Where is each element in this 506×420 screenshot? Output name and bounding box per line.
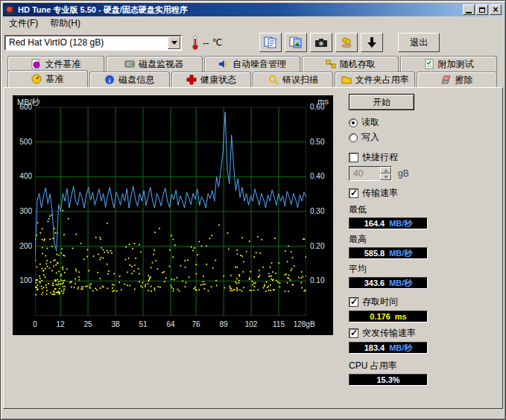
access-time-dot: [124, 258, 126, 260]
spinner-buttons[interactable]: [380, 167, 391, 180]
access-time-dot: [138, 268, 139, 270]
access-time-dot: [257, 289, 259, 290]
access-time-dot: [197, 254, 198, 255]
access-time-dot: [149, 278, 151, 279]
radio-icon: [349, 118, 358, 127]
access-time-dot: [89, 287, 90, 288]
access-time-dot: [45, 287, 47, 288]
axis-tick-label: 0.20: [310, 242, 324, 250]
tab-file-benchmark[interactable]: 文件基准: [7, 56, 104, 71]
access-time-dot: [270, 284, 271, 286]
access-time-dot: [252, 284, 253, 285]
access-time-dot: [270, 290, 271, 291]
access-time-dot: [203, 288, 205, 290]
access-time-dot: [274, 238, 276, 239]
tab-extra-tests[interactable]: 附加测试: [400, 56, 497, 71]
tab-disk-monitor[interactable]: 磁盘监视器: [106, 56, 203, 71]
exit-button[interactable]: 退出: [398, 33, 440, 52]
shortstroke-size-input[interactable]: 40: [349, 166, 392, 181]
access-time-dot: [56, 254, 57, 255]
access-time-dot: [46, 260, 48, 261]
access-time-dot: [243, 261, 244, 262]
combo-dropdown-button[interactable]: [168, 36, 180, 49]
access-time-dot: [74, 287, 75, 288]
tab-erase[interactable]: 擦除: [417, 71, 497, 87]
access-time-dot: [63, 282, 64, 284]
menu-file[interactable]: 文件(F): [3, 16, 44, 31]
tab-health[interactable]: 健康状态: [171, 71, 252, 87]
folder-icon: [341, 74, 352, 85]
access-time-dot: [154, 287, 155, 289]
access-time-dot: [264, 285, 265, 287]
access-time-dot: [39, 281, 40, 282]
drive-select[interactable]: Red Hat VirtIO (128 gB): [4, 35, 182, 51]
access-time-dot: [42, 228, 43, 229]
tab-aam[interactable]: 自动噪音管理: [204, 56, 301, 71]
access-time-dot: [61, 283, 63, 284]
access-time-dot: [66, 269, 68, 270]
access-time-dot: [185, 267, 186, 268]
copy-text-button[interactable]: [259, 33, 282, 52]
menu-help[interactable]: 帮助(H): [44, 16, 86, 31]
start-button[interactable]: 开始: [349, 94, 414, 110]
access-time-dot: [291, 257, 293, 258]
access-time-dot: [63, 293, 64, 294]
access-time-dot: [187, 259, 189, 261]
access-time-dot: [49, 267, 51, 269]
close-button[interactable]: ×: [490, 4, 502, 15]
access-time-dot: [108, 270, 110, 272]
read-radio[interactable]: 读取: [349, 116, 434, 129]
axis-tick-label: 25: [84, 320, 92, 328]
tab-benchmark[interactable]: 基准: [7, 70, 88, 87]
access-time-dot: [288, 246, 289, 247]
access-time-dot: [227, 232, 229, 234]
access-time-dot: [191, 246, 192, 248]
access-time-dot: [124, 284, 125, 285]
close-icon: ×: [493, 6, 498, 13]
access-time-dot: [253, 289, 255, 290]
write-radio[interactable]: 写入: [349, 131, 434, 144]
tab-folder-usage[interactable]: 文件夹占用率: [335, 71, 415, 87]
access-time-dot: [237, 288, 238, 290]
access-time-dot: [262, 267, 264, 268]
access-time-dot: [253, 282, 255, 284]
tab-error-scan[interactable]: 错误扫描: [253, 71, 333, 87]
access-time-value: 0.176: [370, 312, 390, 321]
access-time-dot: [36, 266, 37, 267]
access-time-dot: [51, 293, 53, 295]
access-time-dot: [243, 287, 244, 288]
spin-down-icon[interactable]: [380, 174, 391, 180]
access-time-dot: [173, 288, 174, 290]
screenshot-button[interactable]: [310, 33, 332, 52]
copy-image-button[interactable]: [285, 33, 307, 52]
access-time-dot: [46, 290, 48, 291]
access-time-dot: [246, 251, 247, 252]
max-value-box: 585.8 MB/秒: [349, 247, 428, 259]
axis-tick-label: 100: [13, 276, 32, 284]
access-time-dot: [55, 284, 57, 285]
tab-random-access[interactable]: 随机存取: [302, 56, 399, 71]
burst-rate-checkbox[interactable]: 突发传输速率: [349, 327, 434, 340]
access-time-dot: [207, 290, 209, 291]
maximize-button[interactable]: [476, 4, 488, 15]
access-time-dot: [223, 276, 224, 277]
access-time-dot: [127, 271, 128, 273]
shortstroke-checkbox[interactable]: 快捷行程: [349, 151, 434, 164]
spin-up-icon[interactable]: [380, 167, 391, 174]
minimize-button[interactable]: [463, 4, 475, 15]
access-time-checkbox[interactable]: 存取时间: [349, 296, 434, 308]
checkbox-icon: [349, 188, 358, 198]
access-time-dot: [59, 292, 60, 293]
titlebar[interactable]: HD Tune 专业版 5.50 - 硬盘/固态硬盘实用程序 ×: [3, 3, 503, 16]
access-time-dot: [75, 270, 77, 272]
tab-label: 文件基准: [45, 58, 80, 71]
save-button[interactable]: [361, 33, 383, 52]
access-time-dot: [171, 285, 172, 287]
axis-tick-label: 300: [13, 207, 32, 215]
donate-button[interactable]: [335, 33, 358, 52]
read-radio-label: 读取: [361, 116, 379, 129]
tab-disk-info[interactable]: i 磁盘信息: [89, 71, 170, 87]
access-time-dot: [236, 282, 238, 284]
access-time-dot: [301, 271, 303, 273]
transfer-rate-checkbox[interactable]: 传输速率: [349, 187, 434, 200]
